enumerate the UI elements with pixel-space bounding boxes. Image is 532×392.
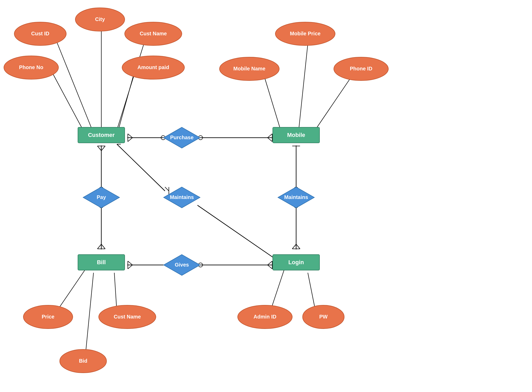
- svg-line-45: [117, 144, 165, 191]
- attr-mobile-name-label: Mobile Name: [233, 66, 265, 71]
- attr-cust-name-top-label: Cust Name: [140, 31, 167, 36]
- rel-gives-label: Gives: [175, 262, 189, 268]
- svg-line-25: [97, 244, 101, 249]
- svg-line-30: [128, 265, 132, 269]
- attr-admin-id-label: Admin ID: [254, 314, 276, 320]
- attr-cust-name-bill-label: Cust Name: [114, 314, 141, 320]
- svg-line-16: [268, 138, 272, 142]
- svg-line-20: [101, 146, 105, 151]
- svg-line-7: [312, 70, 356, 135]
- rel-maintains-right-label: Maintains: [284, 194, 308, 200]
- svg-line-4: [117, 70, 135, 135]
- svg-line-6: [262, 70, 281, 130]
- svg-line-9: [128, 134, 132, 138]
- svg-line-26: [101, 244, 105, 249]
- rel-maintains-left-label: Maintains: [170, 194, 194, 200]
- svg-line-53: [270, 265, 286, 312]
- entity-mobile-label: Mobile: [287, 132, 305, 138]
- svg-line-29: [128, 261, 132, 265]
- svg-line-42: [292, 244, 296, 249]
- svg-line-35: [268, 265, 272, 269]
- svg-line-50: [56, 265, 88, 313]
- entity-login-label: Login: [288, 259, 304, 265]
- svg-line-3: [51, 70, 86, 135]
- svg-line-47: [165, 187, 169, 191]
- attr-price-label: Price: [42, 314, 55, 320]
- attr-phone-id-label: Phone ID: [350, 66, 373, 71]
- svg-line-54: [308, 273, 316, 312]
- attr-pw-label: PW: [319, 314, 328, 320]
- entity-customer-label: Customer: [88, 132, 115, 138]
- svg-line-15: [268, 134, 272, 138]
- er-diagram: Customer Mobile Bill Login Cust ID City …: [0, 0, 532, 392]
- svg-line-10: [128, 138, 132, 142]
- attr-amount-paid-label: Amount paid: [137, 64, 169, 70]
- svg-line-5: [299, 44, 308, 130]
- rel-purchase-label: Purchase: [170, 135, 194, 140]
- svg-line-49: [197, 205, 273, 257]
- attr-mobile-price-label: Mobile Price: [290, 31, 321, 36]
- entity-bill-label: Bill: [97, 259, 106, 265]
- attr-cust-id-label: Cust ID: [31, 31, 49, 36]
- svg-line-19: [97, 146, 101, 151]
- svg-line-52: [86, 273, 94, 352]
- svg-line-0: [57, 43, 92, 130]
- attr-bid-label: Bid: [79, 358, 87, 364]
- rel-pay-label: Pay: [97, 194, 106, 200]
- svg-line-43: [296, 244, 300, 249]
- attr-phone-no-label: Phone No: [19, 64, 43, 70]
- svg-line-34: [268, 261, 272, 265]
- attr-city-label: City: [95, 16, 105, 22]
